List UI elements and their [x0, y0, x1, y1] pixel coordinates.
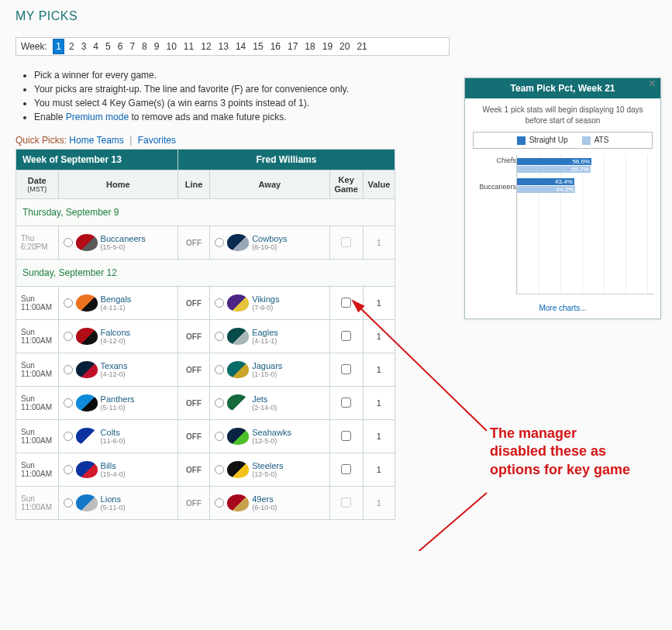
game-line: OFF — [177, 226, 209, 260]
pick-away-radio[interactable] — [215, 398, 224, 408]
annotation-text: The manager disabled these as options fo… — [490, 425, 637, 479]
week-selector: Week: 123456789101112131415161718192021 — [16, 37, 450, 56]
game-time: Sun11:00AM — [16, 387, 59, 420]
key-game-checkbox[interactable] — [341, 464, 351, 474]
week-4[interactable]: 4 — [91, 40, 101, 53]
team-record: (11-6-0) — [101, 437, 126, 445]
close-icon[interactable]: × — [649, 77, 656, 91]
premium-link[interactable]: Premium mode — [66, 112, 129, 122]
pick-away-radio[interactable] — [215, 432, 224, 441]
team-logo-icon — [76, 328, 98, 345]
week-6[interactable]: 6 — [115, 40, 126, 53]
team-logo-icon — [76, 428, 98, 445]
chart-bar: 43.4% — [517, 178, 574, 185]
pick-home-radio[interactable] — [64, 298, 73, 308]
week-16[interactable]: 16 — [268, 40, 283, 53]
game-time: Thu6:20PM — [16, 226, 59, 260]
team-logo-icon — [76, 234, 98, 251]
week-5[interactable]: 5 — [103, 40, 113, 53]
quick-picks-label: Quick Picks: — [16, 135, 67, 146]
team-record: (12-5-0) — [252, 470, 283, 478]
col-key: Key Game — [329, 170, 363, 199]
game-value: 1 — [363, 487, 395, 520]
week-20[interactable]: 20 — [337, 40, 352, 53]
quick-picks-favorites[interactable]: Favorites — [138, 135, 176, 146]
team-record: (4-11-1) — [101, 304, 132, 312]
header-user: Fred Williams — [177, 150, 395, 170]
chart-y-label: Buccaneers — [468, 183, 516, 201]
pick-away-radio[interactable] — [215, 498, 224, 508]
team-logo-icon — [76, 394, 98, 411]
game-time: Sun11:00AM — [16, 353, 59, 387]
more-charts-link[interactable]: More charts... — [539, 304, 586, 312]
week-9[interactable]: 9 — [152, 40, 162, 53]
game-value: 1 — [363, 387, 395, 420]
chart-y-label: Chiefs — [468, 157, 516, 175]
week-21[interactable]: 21 — [354, 40, 369, 53]
team-record: (7-9-0) — [252, 304, 279, 312]
game-row: Sun11:00AM Lions (5-11-0) OFF 49ers (6-1… — [16, 487, 395, 520]
team-name: Lions — [101, 494, 126, 504]
key-game-checkbox — [341, 497, 351, 508]
team-record: (5-11-0) — [101, 404, 135, 411]
col-date: Date (MST) — [16, 170, 59, 199]
week-14[interactable]: 14 — [233, 40, 248, 53]
week-7[interactable]: 7 — [127, 40, 137, 53]
key-game-checkbox[interactable] — [341, 331, 351, 341]
week-12[interactable]: 12 — [198, 40, 213, 53]
chart-bar: 44.3% — [517, 186, 575, 193]
pick-away-radio[interactable] — [215, 298, 224, 308]
week-18[interactable]: 18 — [302, 40, 317, 53]
team-name: Texans — [101, 361, 128, 370]
key-game-checkbox[interactable] — [341, 398, 351, 408]
team-logo-icon — [227, 294, 249, 312]
week-17[interactable]: 17 — [285, 40, 300, 53]
pick-home-radio[interactable] — [64, 498, 73, 508]
team-logo-icon — [76, 294, 98, 312]
pick-away-radio[interactable] — [215, 465, 224, 474]
team-name: Eagles — [252, 328, 278, 337]
pick-home-radio[interactable] — [64, 365, 73, 374]
week-2[interactable]: 2 — [67, 40, 77, 53]
week-11[interactable]: 11 — [181, 40, 196, 53]
team-record: (4-12-0) — [101, 337, 131, 345]
pick-home-radio[interactable] — [64, 465, 73, 474]
chart-subtitle: Week 1 pick stats will begin displaying … — [465, 98, 660, 132]
week-1[interactable]: 1 — [53, 39, 64, 54]
pick-home-radio[interactable] — [64, 432, 73, 441]
quick-picks-home[interactable]: Home Teams — [69, 135, 123, 146]
team-name: 49ers — [252, 494, 277, 504]
game-value: 1 — [363, 353, 395, 387]
team-name: Bills — [101, 461, 126, 470]
game-row: Sun11:00AM Panthers (5-11-0) OFF Jets (2… — [16, 387, 395, 420]
week-19[interactable]: 19 — [320, 40, 335, 53]
game-line: OFF — [177, 287, 209, 320]
week-10[interactable]: 10 — [164, 40, 178, 53]
week-15[interactable]: 15 — [250, 40, 265, 53]
week-13[interactable]: 13 — [216, 40, 231, 53]
key-game-checkbox[interactable] — [341, 431, 351, 441]
pick-home-radio[interactable] — [64, 398, 73, 408]
chart-title: Team Pick Pct, Week 21 — [465, 78, 660, 98]
key-game-checkbox[interactable] — [341, 298, 351, 308]
pick-away-radio[interactable] — [215, 332, 224, 341]
game-value: 1 — [363, 420, 395, 453]
col-home: Home — [58, 170, 177, 199]
pick-away-radio[interactable] — [215, 365, 224, 374]
pick-home-radio[interactable] — [64, 332, 73, 341]
week-8[interactable]: 8 — [140, 40, 150, 53]
week-3[interactable]: 3 — [79, 40, 89, 53]
team-record: (6-10-0) — [252, 243, 287, 251]
team-record: (15-4-0) — [101, 470, 126, 478]
day-header: Sunday, September 12 — [16, 260, 395, 287]
game-row: Thu6:20PM Buccaneers (15-5-0) OFF Cowboy… — [16, 226, 395, 260]
pick-away-radio[interactable] — [215, 238, 224, 247]
key-game-checkbox[interactable] — [341, 364, 351, 374]
pick-home-radio[interactable] — [64, 238, 73, 247]
week-label: Week: — [21, 41, 47, 52]
game-row: Sun11:00AM Texans (4-12-0) OFF Jaguars (… — [16, 353, 395, 387]
team-name: Jets — [252, 394, 277, 404]
team-logo-icon — [76, 361, 98, 378]
game-time: Sun11:00AM — [16, 420, 59, 453]
team-record: (2-14-0) — [252, 404, 277, 411]
